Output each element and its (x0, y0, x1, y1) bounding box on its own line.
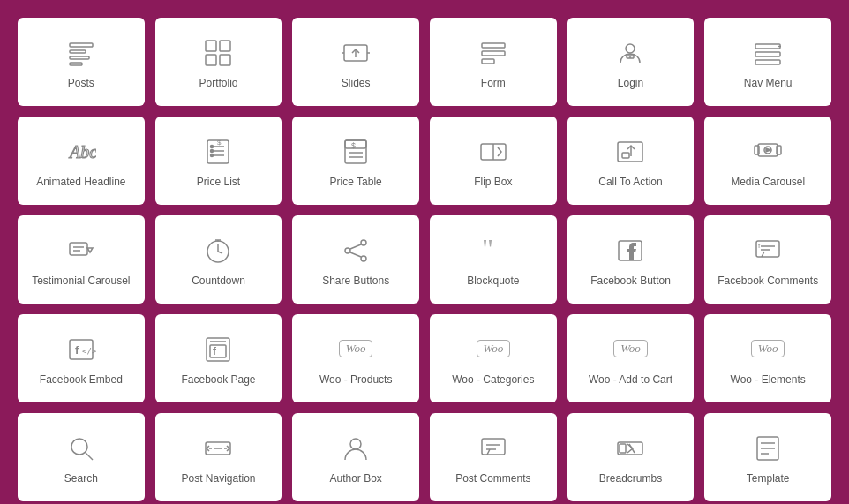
flip-box-label: Flip Box (474, 176, 512, 190)
login-label: Login (618, 77, 643, 91)
svg-rect-2 (70, 56, 89, 59)
media-carousel-icon (753, 135, 783, 169)
card-woo-elements[interactable]: Woo Woo - Elements (704, 314, 831, 402)
card-woo-products[interactable]: Woo Woo - Products (292, 314, 419, 402)
svg-rect-46 (70, 243, 87, 255)
svg-point-72 (71, 439, 87, 455)
card-facebook-embed[interactable]: f</> Facebook Embed (18, 314, 145, 402)
facebook-button-icon (615, 234, 645, 267)
svg-rect-14 (482, 59, 494, 64)
login-icon (615, 36, 645, 70)
card-posts[interactable]: Posts (18, 18, 145, 106)
card-price-list[interactable]: $ Price List (155, 117, 282, 205)
search-icon (66, 432, 96, 465)
card-portfolio[interactable]: Portfolio (155, 18, 282, 106)
svg-point-55 (345, 248, 350, 253)
svg-rect-45 (777, 146, 781, 154)
woo-elements-label: Woo - Elements (731, 373, 806, 387)
price-list-label: Price List (197, 176, 240, 190)
portfolio-label: Portfolio (199, 77, 237, 91)
card-template[interactable]: Template (704, 413, 831, 501)
post-comments-icon (478, 432, 508, 465)
card-blockquote[interactable]: " Blockquote (430, 215, 557, 304)
price-table-label: Price Table (330, 176, 382, 190)
facebook-comments-label: Facebook Comments (718, 275, 818, 289)
woo-categories-label: Woo - Categories (452, 373, 534, 387)
woo-categories-icon: Woo (477, 333, 511, 366)
svg-text:$: $ (217, 139, 222, 147)
countdown-icon (203, 234, 233, 267)
search-label: Search (64, 472, 98, 486)
facebook-embed-icon: f</> (66, 333, 96, 366)
svg-rect-7 (220, 55, 230, 65)
facebook-embed-label: Facebook Embed (40, 373, 123, 387)
woo-add-to-cart-icon: Woo (613, 333, 648, 366)
animated-headline-icon: Abc (66, 135, 96, 169)
card-facebook-comments[interactable]: f Facebook Comments (704, 215, 831, 304)
card-facebook-page[interactable]: f Facebook Page (155, 314, 282, 402)
card-breadcrumbs[interactable]: Breadcrumbs (567, 413, 695, 501)
woo-add-to-cart-label: Woo - Add to Cart (589, 373, 672, 387)
form-icon (478, 36, 508, 70)
svg-text:": " (482, 236, 493, 265)
flip-box-icon (478, 135, 508, 169)
card-form[interactable]: Form (430, 18, 557, 106)
svg-rect-4 (206, 41, 216, 51)
card-woo-add-to-cart[interactable]: Woo Woo - Add to Cart (567, 314, 695, 402)
card-facebook-button[interactable]: Facebook Button (567, 215, 695, 304)
nav-menu-icon (753, 36, 783, 70)
svg-text:$: $ (351, 141, 356, 150)
post-comments-label: Post Comments (455, 472, 530, 486)
svg-rect-12 (482, 43, 505, 48)
template-label: Template (747, 472, 790, 486)
card-author-box[interactable]: Author Box (292, 413, 419, 501)
card-nav-menu[interactable]: Nav Menu (704, 18, 831, 106)
svg-rect-40 (622, 153, 629, 158)
card-login[interactable]: Login (567, 18, 695, 106)
svg-rect-13 (482, 51, 505, 56)
woo-products-icon: Woo (339, 333, 373, 366)
share-buttons-label: Share Buttons (322, 275, 389, 289)
svg-rect-5 (220, 41, 230, 51)
media-carousel-label: Media Carousel (731, 176, 805, 190)
card-call-to-action[interactable]: Call To Action (567, 117, 695, 205)
call-to-action-icon (615, 135, 645, 169)
author-box-icon (341, 432, 371, 465)
woo-products-label: Woo - Products (319, 373, 392, 387)
breadcrumbs-icon (615, 432, 645, 465)
blockquote-label: Blockquote (467, 275, 519, 289)
card-post-comments[interactable]: Post Comments (430, 413, 557, 501)
card-countdown[interactable]: Countdown (155, 215, 282, 304)
posts-label: Posts (68, 77, 94, 91)
woo-elements-icon: Woo (751, 333, 785, 366)
svg-line-73 (86, 453, 93, 460)
price-table-icon: $ (341, 135, 371, 169)
svg-rect-20 (755, 60, 780, 64)
svg-point-27 (211, 146, 214, 148)
nav-menu-label: Nav Menu (744, 77, 793, 91)
svg-point-15 (626, 44, 635, 53)
blockquote-icon: " (478, 234, 508, 267)
card-animated-headline[interactable]: Abc Animated Headline (18, 117, 145, 205)
author-box-label: Author Box (329, 472, 381, 486)
card-share-buttons[interactable]: Share Buttons (292, 215, 419, 304)
card-flip-box[interactable]: Flip Box (430, 117, 557, 205)
svg-text:f: f (75, 343, 79, 357)
price-list-icon: $ (203, 135, 233, 169)
svg-point-28 (211, 150, 214, 153)
card-post-navigation[interactable]: Post Navigation (155, 413, 282, 501)
svg-rect-6 (206, 55, 216, 65)
card-search[interactable]: Search (18, 413, 145, 501)
card-woo-categories[interactable]: Woo Woo - Categories (430, 314, 557, 402)
posts-icon (66, 36, 96, 70)
card-testimonial-carousel[interactable]: Testimonial Carousel (18, 215, 145, 304)
svg-rect-0 (70, 43, 93, 47)
svg-point-54 (361, 240, 366, 245)
card-slides[interactable]: Slides (292, 18, 419, 106)
card-media-carousel[interactable]: Media Carousel (704, 117, 831, 205)
breadcrumbs-label: Breadcrumbs (599, 472, 662, 486)
animated-headline-label: Animated Headline (36, 176, 125, 190)
template-icon (753, 432, 783, 465)
svg-rect-44 (755, 146, 759, 154)
card-price-table[interactable]: $ Price Table (292, 117, 419, 205)
